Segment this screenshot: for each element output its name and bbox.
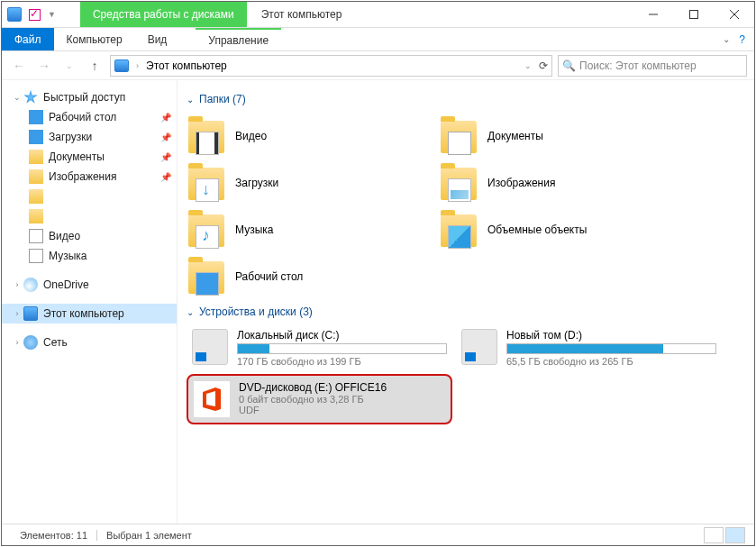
nav-item-label: Рабочий стол: [49, 111, 116, 123]
nav-item-label: Загрузки: [49, 131, 92, 143]
folder-name: Изображения: [487, 177, 555, 189]
folder-item[interactable]: Документы: [439, 113, 691, 160]
svg-rect-1: [689, 11, 697, 19]
folder-item[interactable]: Видео: [187, 113, 439, 160]
capacity-bar: [237, 343, 447, 354]
folder-icon: [441, 164, 478, 202]
group-drives[interactable]: ⌄ Устройства и диски (3): [187, 305, 745, 318]
app-icon: [7, 7, 22, 22]
yfold-icon: [29, 189, 43, 204]
drive-free: 170 ГБ свободно из 199 ГБ: [237, 356, 447, 367]
nav-label: OneDrive: [43, 278, 89, 291]
sidebar-item[interactable]: Рабочий стол📌: [2, 107, 177, 127]
chevron-right-icon[interactable]: ›: [11, 280, 23, 289]
folder-icon: [441, 211, 478, 249]
video-icon: [29, 229, 43, 243]
nav-label: Быстрый доступ: [43, 91, 125, 104]
back-button[interactable]: ←: [9, 56, 29, 76]
drive-name: DVD-дисковод (E:) OFFICE16: [239, 381, 445, 394]
drive-dvd-office16[interactable]: DVD-дисковод (E:) OFFICE16 0 байт свобод…: [187, 374, 452, 424]
view-switcher: [704, 527, 745, 543]
sidebar-item[interactable]: [2, 187, 177, 206]
recent-dropdown-icon[interactable]: ⌄: [59, 56, 79, 76]
breadcrumb[interactable]: Этот компьютер: [146, 59, 227, 72]
drive-d[interactable]: Новый том (D:) 65,5 ГБ свободно из 265 Г…: [456, 325, 722, 370]
nav-item-label: Документы: [49, 150, 105, 163]
qat-chevron-icon[interactable]: ▼: [48, 10, 56, 19]
chevron-right-icon[interactable]: ›: [134, 61, 141, 70]
ribbon-tabs: Файл Компьютер Вид Управление ⌄ ?: [2, 28, 754, 51]
status-count: Элементов: 11: [11, 530, 96, 541]
status-bar: Элементов: 11 Выбран 1 элемент: [2, 524, 754, 545]
up-button[interactable]: ↑: [85, 56, 105, 76]
status-selection: Выбран 1 элемент: [96, 530, 201, 541]
search-placeholder: Поиск: Этот компьютер: [579, 59, 697, 72]
folder-item[interactable]: Музыка: [187, 206, 439, 253]
folder-item[interactable]: Загрузки: [187, 160, 439, 206]
nav-network[interactable]: › Сеть: [2, 333, 177, 352]
refresh-icon[interactable]: ⟳: [539, 59, 548, 72]
chevron-right-icon[interactable]: ›: [11, 309, 23, 318]
drives-grid: Локальный диск (C:) 170 ГБ свободно из 1…: [187, 325, 745, 424]
pics-icon: [29, 169, 43, 184]
group-label: Устройства и диски (3): [199, 305, 313, 318]
close-button[interactable]: [714, 2, 754, 27]
details-view-button[interactable]: [704, 527, 724, 543]
nav-this-pc[interactable]: › Этот компьютер: [2, 304, 177, 324]
folder-icon: [188, 164, 226, 202]
pin-icon: 📌: [160, 152, 171, 162]
sidebar-item[interactable]: Видео: [2, 226, 177, 246]
folder-item[interactable]: Объемные объекты: [439, 206, 691, 253]
tiles-view-button[interactable]: [725, 527, 745, 543]
desktop-icon: [29, 110, 43, 124]
folder-icon: [188, 258, 226, 296]
help-icon[interactable]: ?: [739, 33, 745, 46]
chevron-right-icon[interactable]: ›: [11, 338, 23, 347]
sidebar-item[interactable]: Загрузки📌: [2, 127, 177, 147]
group-folders[interactable]: ⌄ Папки (7): [187, 93, 745, 105]
forward-button[interactable]: →: [34, 56, 54, 76]
props-icon[interactable]: [29, 9, 41, 21]
search-input[interactable]: 🔍 Поиск: Этот компьютер: [558, 55, 747, 77]
sidebar-item[interactable]: Изображения📌: [2, 167, 177, 187]
drive-c[interactable]: Локальный диск (C:) 170 ГБ свободно из 1…: [187, 325, 452, 370]
tab-manage[interactable]: Управление: [196, 28, 281, 50]
sidebar-item[interactable]: Музыка: [2, 246, 177, 266]
pin-icon: 📌: [160, 172, 171, 182]
address-bar[interactable]: › Этот компьютер ⌄ ⟳: [110, 55, 552, 77]
folder-item[interactable]: Рабочий стол: [187, 253, 439, 300]
tab-computer[interactable]: Компьютер: [54, 28, 135, 50]
drive-free: 0 байт свободно из 3,28 ГБ: [239, 394, 445, 405]
chevron-down-icon[interactable]: ⌄: [11, 93, 23, 102]
nav-label: Этот компьютер: [43, 307, 124, 320]
window-title: Этот компьютер: [247, 2, 633, 27]
hdd-icon: [461, 329, 497, 365]
office-icon: [194, 381, 230, 417]
maximize-button[interactable]: [673, 2, 714, 27]
sidebar-item[interactable]: [2, 206, 177, 226]
window-controls: [633, 2, 754, 27]
tab-view[interactable]: Вид: [135, 28, 180, 50]
ribbon-expand-icon[interactable]: ⌄: [723, 34, 730, 44]
folder-icon: [188, 211, 226, 249]
folder-icon: [441, 117, 478, 155]
address-dropdown-icon[interactable]: ⌄: [523, 61, 533, 70]
titlebar: ▼ Средства работы с дисками Этот компьют…: [2, 2, 754, 28]
drive-info: Новый том (D:) 65,5 ГБ свободно из 265 Г…: [506, 329, 716, 367]
drive-info: Локальный диск (C:) 170 ГБ свободно из 1…: [237, 329, 447, 367]
folder-item[interactable]: Изображения: [439, 160, 691, 206]
nav-item-label: Видео: [49, 230, 80, 242]
nav-item-label: Музыка: [49, 250, 87, 262]
folder-name: Видео: [235, 130, 267, 142]
file-tab[interactable]: Файл: [2, 28, 54, 50]
pin-icon: 📌: [160, 113, 171, 123]
quick-access-toolbar: ▼: [2, 2, 73, 27]
search-icon: 🔍: [562, 59, 576, 72]
navigation-bar: ← → ⌄ ↑ › Этот компьютер ⌄ ⟳ 🔍 Поиск: Эт…: [2, 51, 754, 80]
nav-onedrive[interactable]: › OneDrive: [2, 275, 177, 295]
drive-fs: UDF: [239, 405, 445, 415]
sidebar-item[interactable]: Документы📌: [2, 147, 177, 167]
minimize-button[interactable]: [633, 2, 673, 27]
nav-quick-access[interactable]: ⌄ Быстрый доступ: [2, 87, 177, 107]
yfold-icon: [29, 209, 43, 223]
